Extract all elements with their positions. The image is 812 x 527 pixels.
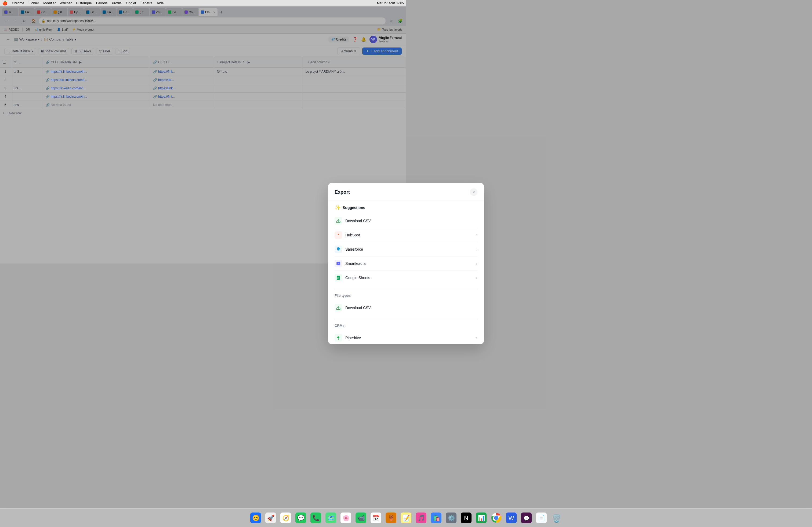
smartlead-icon: S bbox=[335, 260, 342, 264]
svg-point-0 bbox=[338, 234, 339, 235]
menu-bar-right: Mar. 27 août 09:05 bbox=[377, 1, 404, 5]
suggestions-section: Download CSV HubSpot › bbox=[328, 214, 406, 264]
menu-fenetre[interactable]: Fenêtre bbox=[141, 1, 153, 5]
menu-modifier[interactable]: Modifier bbox=[43, 1, 56, 5]
menu-fichier[interactable]: Fichier bbox=[28, 1, 39, 5]
suggestions-star-icon: ✨ bbox=[335, 205, 340, 211]
export-item-salesforce[interactable]: Salesforce › bbox=[335, 242, 406, 257]
suggestions-header: ✨ Suggestions bbox=[328, 200, 406, 214]
salesforce-label: Salesforce bbox=[345, 247, 363, 252]
suggestions-title: Suggestions bbox=[343, 206, 365, 210]
export-item-csv-suggestion[interactable]: Download CSV bbox=[335, 214, 406, 228]
modal-overlay[interactable]: Export × ✨ Suggestions Download CSV bbox=[0, 0, 406, 264]
menu-onglet[interactable]: Onglet bbox=[126, 1, 136, 5]
svg-text:S: S bbox=[337, 262, 339, 264]
modal-header: Export × bbox=[328, 183, 406, 200]
hubspot-icon bbox=[335, 231, 342, 239]
menu-chrome[interactable]: Chrome bbox=[12, 1, 24, 5]
modal-title: Export bbox=[335, 190, 350, 195]
apple-menu[interactable]: 🍎 bbox=[2, 1, 8, 6]
menu-profils[interactable]: Profils bbox=[112, 1, 122, 5]
export-modal: Export × ✨ Suggestions Download CSV bbox=[328, 183, 406, 264]
salesforce-icon bbox=[335, 245, 342, 253]
menu-favoris[interactable]: Favoris bbox=[96, 1, 108, 5]
csv-suggestion-label: Download CSV bbox=[345, 219, 371, 223]
export-item-smartlead[interactable]: S Smartlead.ai › bbox=[335, 257, 406, 264]
menu-historique[interactable]: Historique bbox=[76, 1, 92, 5]
menu-time: Mar. 27 août 09:05 bbox=[377, 1, 404, 5]
smartlead-label: Smartlead.ai bbox=[345, 261, 366, 264]
menu-aide[interactable]: Aide bbox=[157, 1, 164, 5]
csv-suggestion-icon bbox=[335, 217, 342, 225]
menu-afficher[interactable]: Afficher bbox=[60, 1, 72, 5]
export-item-hubspot[interactable]: HubSpot › bbox=[335, 228, 406, 242]
menu-bar: 🍎 Chrome Fichier Modifier Afficher Histo… bbox=[0, 0, 406, 6]
hubspot-label: HubSpot bbox=[345, 233, 360, 237]
